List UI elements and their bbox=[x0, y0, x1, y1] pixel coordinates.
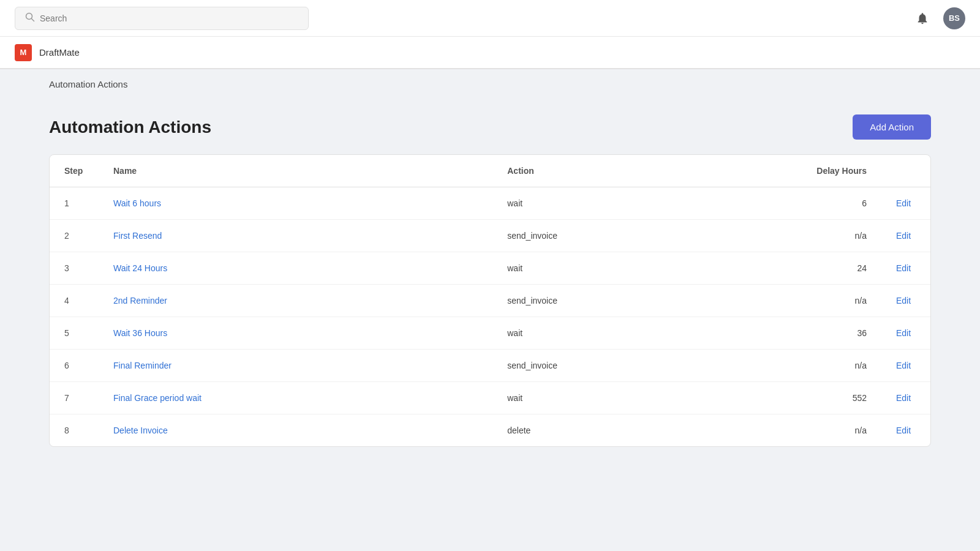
table-row: 1 Wait 6 hours wait 6 Edit bbox=[50, 187, 930, 220]
row-action: send_invoice bbox=[492, 220, 759, 252]
row-name-link[interactable]: Wait 6 hours bbox=[113, 198, 161, 208]
table-row: 3 Wait 24 Hours wait 24 Edit bbox=[50, 252, 930, 285]
table-row: 2 First Resend send_invoice n/a Edit bbox=[50, 220, 930, 252]
row-action: send_invoice bbox=[492, 350, 759, 382]
bell-icon[interactable] bbox=[911, 7, 933, 29]
row-name[interactable]: 2nd Reminder bbox=[99, 285, 492, 317]
row-edit[interactable]: Edit bbox=[881, 285, 930, 317]
row-name-link[interactable]: 2nd Reminder bbox=[113, 296, 167, 305]
row-step: 3 bbox=[50, 252, 99, 285]
row-delay-hours: n/a bbox=[759, 220, 881, 252]
row-action: wait bbox=[492, 187, 759, 220]
search-icon bbox=[25, 12, 35, 24]
sub-breadcrumb-area: Automation Actions bbox=[0, 69, 980, 90]
row-name[interactable]: Wait 6 hours bbox=[99, 187, 492, 220]
row-step: 7 bbox=[50, 382, 99, 414]
page-title: Automation Actions bbox=[49, 118, 211, 137]
table-row: 5 Wait 36 Hours wait 36 Edit bbox=[50, 317, 930, 350]
row-step: 8 bbox=[50, 414, 99, 447]
add-action-button[interactable]: Add Action bbox=[853, 114, 931, 140]
row-delay-hours: 36 bbox=[759, 317, 881, 350]
row-delay-hours: n/a bbox=[759, 414, 881, 447]
page-header: Automation Actions Add Action bbox=[49, 114, 931, 140]
svg-line-1 bbox=[32, 18, 34, 21]
col-header-name: Name bbox=[99, 155, 492, 187]
row-edit[interactable]: Edit bbox=[881, 252, 930, 285]
row-step: 2 bbox=[50, 220, 99, 252]
row-edit[interactable]: Edit bbox=[881, 350, 930, 382]
row-delay-hours: 552 bbox=[759, 382, 881, 414]
table-row: 6 Final Reminder send_invoice n/a Edit bbox=[50, 350, 930, 382]
row-delay-hours: 6 bbox=[759, 187, 881, 220]
table-row: 7 Final Grace period wait wait 552 Edit bbox=[50, 382, 930, 414]
row-name-link[interactable]: Delete Invoice bbox=[113, 425, 168, 435]
row-edit-link[interactable]: Edit bbox=[896, 263, 911, 273]
row-action: wait bbox=[492, 317, 759, 350]
table-row: 8 Delete Invoice delete n/a Edit bbox=[50, 414, 930, 447]
row-action: send_invoice bbox=[492, 285, 759, 317]
actions-table-container: Step Name Action Delay Hours 1 Wait 6 ho… bbox=[49, 154, 931, 447]
search-bar[interactable] bbox=[15, 7, 309, 30]
col-header-delay-hours: Delay Hours bbox=[759, 155, 881, 187]
row-name-link[interactable]: Wait 24 Hours bbox=[113, 263, 167, 273]
nav-right: BS bbox=[911, 7, 965, 29]
row-edit[interactable]: Edit bbox=[881, 187, 930, 220]
table-header-row: Step Name Action Delay Hours bbox=[50, 155, 930, 187]
row-edit-link[interactable]: Edit bbox=[896, 231, 911, 241]
row-action: wait bbox=[492, 382, 759, 414]
row-edit-link[interactable]: Edit bbox=[896, 296, 911, 305]
row-step: 4 bbox=[50, 285, 99, 317]
row-name[interactable]: Delete Invoice bbox=[99, 414, 492, 447]
row-name-link[interactable]: Final Reminder bbox=[113, 361, 172, 370]
row-step: 1 bbox=[50, 187, 99, 220]
row-action: delete bbox=[492, 414, 759, 447]
search-input[interactable] bbox=[40, 13, 298, 23]
actions-table: Step Name Action Delay Hours 1 Wait 6 ho… bbox=[50, 155, 930, 446]
row-name-link[interactable]: First Resend bbox=[113, 231, 162, 241]
row-edit[interactable]: Edit bbox=[881, 382, 930, 414]
main-content: Automation Actions Add Action Step Name … bbox=[0, 90, 980, 471]
col-header-step: Step bbox=[50, 155, 99, 187]
row-name[interactable]: Wait 24 Hours bbox=[99, 252, 492, 285]
row-step: 5 bbox=[50, 317, 99, 350]
breadcrumb-app-name: DraftMate bbox=[39, 47, 80, 58]
row-edit[interactable]: Edit bbox=[881, 220, 930, 252]
breadcrumb-bar: M DraftMate bbox=[0, 37, 980, 69]
col-header-action: Action bbox=[492, 155, 759, 187]
avatar[interactable]: BS bbox=[943, 7, 965, 29]
row-edit-link[interactable]: Edit bbox=[896, 361, 911, 370]
top-nav: BS bbox=[0, 0, 980, 37]
table-row: 4 2nd Reminder send_invoice n/a Edit bbox=[50, 285, 930, 317]
row-action: wait bbox=[492, 252, 759, 285]
row-edit-link[interactable]: Edit bbox=[896, 198, 911, 208]
row-name[interactable]: First Resend bbox=[99, 220, 492, 252]
row-delay-hours: n/a bbox=[759, 350, 881, 382]
row-name[interactable]: Final Grace period wait bbox=[99, 382, 492, 414]
row-edit-link[interactable]: Edit bbox=[896, 328, 911, 338]
row-name-link[interactable]: Final Grace period wait bbox=[113, 393, 202, 403]
row-edit[interactable]: Edit bbox=[881, 317, 930, 350]
row-name[interactable]: Wait 36 Hours bbox=[99, 317, 492, 350]
page-label: Automation Actions bbox=[49, 79, 127, 89]
row-edit-link[interactable]: Edit bbox=[896, 393, 911, 403]
row-name[interactable]: Final Reminder bbox=[99, 350, 492, 382]
row-step: 6 bbox=[50, 350, 99, 382]
row-name-link[interactable]: Wait 36 Hours bbox=[113, 328, 167, 338]
row-delay-hours: 24 bbox=[759, 252, 881, 285]
row-edit-link[interactable]: Edit bbox=[896, 425, 911, 435]
row-edit[interactable]: Edit bbox=[881, 414, 930, 447]
col-header-edit bbox=[881, 155, 930, 187]
brand-icon: M bbox=[15, 44, 32, 61]
row-delay-hours: n/a bbox=[759, 285, 881, 317]
